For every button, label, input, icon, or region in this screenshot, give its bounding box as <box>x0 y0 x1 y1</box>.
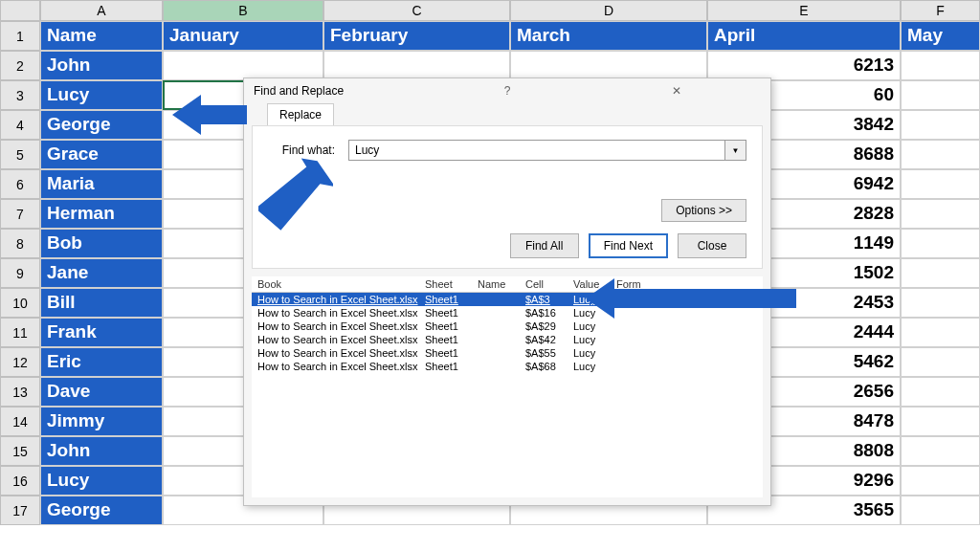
svg-marker-0 <box>172 95 247 135</box>
cell-A10[interactable]: Bill <box>40 288 163 318</box>
find-what-label: Find what: <box>268 143 335 157</box>
dialog-titlebar[interactable]: Find and Replace ? ✕ <box>244 78 770 103</box>
cell-F11[interactable] <box>901 318 980 347</box>
cell-F9[interactable] <box>901 258 980 288</box>
cell-D1[interactable]: March <box>510 21 707 51</box>
cell-F15[interactable] <box>901 436 980 466</box>
cell-A7[interactable]: Herman <box>40 199 163 229</box>
cell-F14[interactable] <box>901 407 980 436</box>
cell-A13[interactable]: Dave <box>40 377 163 407</box>
close-icon[interactable]: ✕ <box>591 84 761 98</box>
cell-B1[interactable]: January <box>163 21 323 51</box>
row-header-9[interactable]: 9 <box>0 258 40 288</box>
annotation-arrow-left-icon <box>172 95 247 135</box>
cell-F3[interactable] <box>901 80 980 110</box>
find-what-input[interactable] <box>348 140 725 161</box>
cell-A9[interactable]: Jane <box>40 258 163 288</box>
col-header-D[interactable]: D <box>510 0 707 21</box>
row-header-2[interactable]: 2 <box>0 51 40 80</box>
cell-F13[interactable] <box>901 377 980 407</box>
cell-A8[interactable]: Bob <box>40 229 163 258</box>
results-row[interactable]: How to Search in Excel Sheet.xlsxSheet1$… <box>252 333 763 346</box>
cell-F2[interactable] <box>901 51 980 80</box>
find-all-button[interactable]: Find All <box>510 233 579 258</box>
col-header-C[interactable]: C <box>323 0 510 21</box>
cell-A6[interactable]: Maria <box>40 169 163 199</box>
row-header-5[interactable]: 5 <box>0 140 40 169</box>
cell-F1[interactable]: May <box>901 21 980 51</box>
cell-A11[interactable]: Frank <box>40 318 163 347</box>
cell-C2[interactable] <box>323 51 510 80</box>
cell-F5[interactable] <box>901 140 980 169</box>
find-next-button[interactable]: Find Next <box>589 233 668 258</box>
row-header-16[interactable]: 16 <box>0 466 40 496</box>
results-row[interactable]: How to Search in Excel Sheet.xlsxSheet1$… <box>252 320 763 333</box>
cell-F16[interactable] <box>901 466 980 496</box>
row-header-1[interactable]: 1 <box>0 21 40 51</box>
annotation-arrow-upright-icon <box>258 158 333 232</box>
select-all-corner[interactable] <box>0 0 40 21</box>
options-button[interactable]: Options >> <box>661 199 746 222</box>
cell-F17[interactable] <box>901 496 980 525</box>
cell-E2[interactable]: 6213 <box>707 51 901 80</box>
cell-F4[interactable] <box>901 110 980 140</box>
cell-F6[interactable] <box>901 169 980 199</box>
row-header-15[interactable]: 15 <box>0 436 40 466</box>
help-icon[interactable]: ? <box>423 84 592 98</box>
row-header-17[interactable]: 17 <box>0 496 40 525</box>
row-header-4[interactable]: 4 <box>0 110 40 140</box>
cell-A12[interactable]: Eric <box>40 347 163 377</box>
svg-marker-1 <box>258 158 333 232</box>
cell-C1[interactable]: February <box>323 21 510 51</box>
row-header-3[interactable]: 3 <box>0 80 40 110</box>
row-header-8[interactable]: 8 <box>0 229 40 258</box>
cell-A4[interactable]: George <box>40 110 163 140</box>
cell-F12[interactable] <box>901 347 980 377</box>
col-header-A[interactable]: A <box>40 0 163 21</box>
cell-F7[interactable] <box>901 199 980 229</box>
cell-E1[interactable]: April <box>707 21 901 51</box>
tab-replace[interactable]: Replace <box>267 103 334 125</box>
cell-B2[interactable] <box>163 51 323 80</box>
cell-A14[interactable]: Jimmy <box>40 407 163 436</box>
cell-D2[interactable] <box>510 51 707 80</box>
cell-A2[interactable]: John <box>40 51 163 80</box>
col-header-F[interactable]: F <box>901 0 980 21</box>
cell-A16[interactable]: Lucy <box>40 466 163 496</box>
row-header-12[interactable]: 12 <box>0 347 40 377</box>
results-row[interactable]: How to Search in Excel Sheet.xlsxSheet1$… <box>252 360 763 373</box>
cell-A3[interactable]: Lucy <box>40 80 163 110</box>
row-header-6[interactable]: 6 <box>0 169 40 199</box>
cell-A5[interactable]: Grace <box>40 140 163 169</box>
dialog-title: Find and Replace <box>254 84 423 98</box>
svg-marker-2 <box>586 278 796 319</box>
cell-A1[interactable]: Name <box>40 21 163 51</box>
cell-F8[interactable] <box>901 229 980 258</box>
row-header-14[interactable]: 14 <box>0 407 40 436</box>
row-header-7[interactable]: 7 <box>0 199 40 229</box>
cell-F10[interactable] <box>901 288 980 318</box>
results-row[interactable]: How to Search in Excel Sheet.xlsxSheet1$… <box>252 346 763 360</box>
col-header-E[interactable]: E <box>707 0 901 21</box>
row-header-13[interactable]: 13 <box>0 377 40 407</box>
col-header-B[interactable]: B <box>163 0 323 21</box>
find-dropdown-icon[interactable]: ▼ <box>725 140 746 161</box>
cell-A17[interactable]: George <box>40 496 163 525</box>
cell-A15[interactable]: John <box>40 436 163 466</box>
annotation-arrow-left2-icon <box>586 278 796 319</box>
row-header-11[interactable]: 11 <box>0 318 40 347</box>
row-header-10[interactable]: 10 <box>0 288 40 318</box>
close-button[interactable]: Close <box>678 233 746 258</box>
